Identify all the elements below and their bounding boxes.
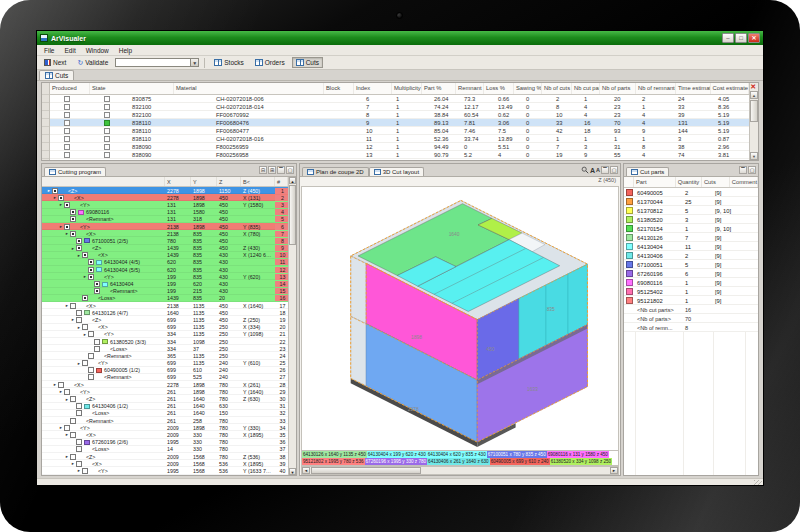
part-row[interactable]: 67260196 6 [9] [624,269,758,278]
tree-row[interactable]: <Remnant> 699 525 240 27 [42,374,288,381]
cut3d-canvas[interactable]: 1898450835164016332278 [301,186,619,451]
scroll-down-arrow[interactable]: ▼ [289,468,296,475]
part-row[interactable]: 62170154 1 [9, 10] [624,224,758,233]
chevron-down-icon[interactable]: ▼ [190,59,198,66]
state-checkbox[interactable] [104,120,110,126]
tree-row[interactable]: 69080116 131 1580 450 4 [42,209,288,216]
node-checkbox[interactable] [52,188,58,194]
menu-item[interactable]: Edit [59,47,80,54]
tree-row[interactable]: ▸ <Y> 699 1135 240 Y (610) 25 [42,360,288,367]
node-checkbox[interactable] [76,410,82,416]
font-increase-icon[interactable]: A [590,167,595,174]
tree-row[interactable]: <Loss> 1439 835 20 16 [42,295,288,302]
maximize-button[interactable]: □ [735,33,747,43]
scroll-thumb[interactable] [750,100,758,122]
cuts-button[interactable]: Cuts [292,57,323,68]
part-status-segment[interactable]: 60490005 x 699 y 610 z 240 [490,458,550,465]
column-header[interactable]: Material [174,83,324,94]
column-header[interactable]: Nb cut parts [572,83,600,94]
tree-row[interactable]: ▸ <X> 2278 1898 450 X (131) 2 [42,194,288,201]
collapse-all-icon[interactable]: ⊟ [259,166,267,174]
node-checkbox[interactable] [70,454,76,460]
tree-row[interactable]: 61380520 (3/3) 334 1098 250 22 [42,338,288,345]
part-row[interactable]: 64130126 7 [9] [624,233,758,242]
tree-row[interactable]: 64130404 199 620 430 14 [42,280,288,287]
part-status-segment[interactable]: 67100051 x 780 y 835 z 450 [487,451,547,458]
node-checkbox[interactable] [88,353,94,359]
scroll-thumb[interactable] [311,467,421,474]
table-row[interactable]: 832100 FF00670992 8 1 38.84 60.54 0.62 0… [50,111,749,119]
part-status-segment[interactable]: 64130404 x 199 y 620 z 430 [367,451,427,458]
col-comment[interactable]: Comment [730,177,758,187]
table-row[interactable]: 838110 FF00680477 10 1 85.04 7.46 7.5 0 … [50,127,749,135]
part-row[interactable]: 64130406 2 [9] [624,251,758,260]
scroll-up-arrow[interactable]: ▲ [750,91,758,99]
column-header[interactable]: Multiplicity [392,83,422,94]
node-checkbox[interactable] [76,403,82,409]
column-header[interactable]: Nb of remnants [636,83,676,94]
node-checkbox[interactable] [88,331,94,337]
expand-all-icon[interactable]: ⊞ [268,166,276,174]
col-part[interactable]: Part [634,177,676,187]
produced-checkbox[interactable] [64,120,70,126]
tree-row[interactable]: 67100051 (2/5) 780 835 450 8 [42,237,288,244]
state-checkbox[interactable] [104,112,110,118]
menu-item[interactable]: Window [81,47,114,54]
state-checkbox[interactable] [104,128,110,134]
node-checkbox[interactable] [94,339,100,345]
column-header[interactable]: Time estimate [676,83,711,94]
produced-checkbox[interactable] [64,112,70,118]
column-header[interactable]: Part % [422,83,456,94]
tree-col-y[interactable]: Y [191,177,217,186]
scroll-up-arrow[interactable]: ▲ [289,177,296,184]
part-row[interactable]: 60490005 2 [9] [624,188,758,197]
menu-item[interactable]: Help [114,47,137,54]
tree-row[interactable]: ▸ <X> 1439 835 430 X (1240 6… [42,252,288,259]
selection-combobox[interactable]: ▼ [115,58,199,67]
state-checkbox[interactable] [104,144,110,150]
scroll-left-arrow[interactable]: ◄ [302,467,310,474]
tree-row[interactable]: 64130404 (5/5) 620 835 430 12 [42,266,288,273]
table-row[interactable]: 838110 CH-02072018-016 11 1 52.36 33.74 … [50,135,749,143]
tree-row[interactable]: ▸ <X> 2138 835 450 X (780) 7 [42,230,288,237]
produced-checkbox[interactable] [64,136,70,142]
tree-row[interactable]: 60490005 (1/2) 699 610 240 26 [42,367,288,374]
tree-row[interactable]: ▸ <Y> 199 835 430 Y (620) 13 [42,273,288,280]
column-header[interactable]: Produced [50,83,90,94]
node-checkbox[interactable] [94,288,100,294]
close-panel-icon[interactable]: ▢ [610,166,618,174]
node-checkbox[interactable] [70,418,76,424]
node-checkbox[interactable] [70,216,76,222]
column-header[interactable]: Block [324,83,354,94]
part-status-segment[interactable]: 95121802 x 1995 y 780 z 536 [302,458,365,465]
tree-col-x[interactable]: X [165,177,191,186]
validate-button[interactable]: ↻ Validate [73,57,112,68]
col-quantity[interactable]: Quantity [676,177,702,187]
resize-grip[interactable] [754,480,762,486]
state-checkbox[interactable] [104,96,110,102]
tree-row[interactable]: ▸ <Y> 261 1898 780 Y (1640) 2 [42,388,288,395]
column-header[interactable]: Nb of cuts [542,83,572,94]
tree-col-num[interactable]: # [275,177,288,186]
produced-checkbox[interactable] [64,152,70,158]
tree-vertical-scrollbar[interactable]: ▲ ▼ [288,177,296,475]
table-row[interactable]: 830875 CH-02072018-006 6 1 26.04 73.3 0.… [50,95,749,103]
orders-button[interactable]: Orders [251,57,289,68]
node-checkbox[interactable] [76,310,82,316]
close-panel-icon[interactable]: ▢ [748,166,756,174]
scroll-right-arrow[interactable]: ► [610,467,618,474]
node-checkbox[interactable] [64,389,70,395]
part-status-segment[interactable]: 69080116 x 131 y 1580 z 450 [547,451,609,458]
tree-row[interactable]: ▸ <Y> 334 1135 250 Y (1098) 2 [42,331,288,338]
tree-row[interactable]: ▸ <Z> 261 1640 780 Z (630) 30 [42,395,288,402]
column-header[interactable]: Remnant % [456,83,484,94]
node-checkbox[interactable] [70,231,76,237]
tree-row[interactable]: <Loss> 14 330 780 37 [42,446,288,453]
node-checkbox[interactable] [64,202,70,208]
part-row[interactable]: 69080116 1 [9] [624,278,758,287]
tree-row[interactable]: <Remnant> 131 318 450 5 [42,216,288,223]
tab-cut-parts[interactable]: Cut parts [626,167,669,176]
node-checkbox[interactable] [88,374,94,380]
tree-col-b[interactable]: B< [241,177,275,186]
tab-cutting-program[interactable]: Cutting program [44,167,106,176]
